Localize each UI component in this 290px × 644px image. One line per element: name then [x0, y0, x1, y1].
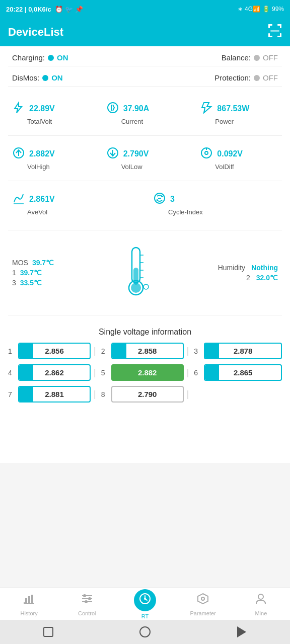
voltage-section-title: Single voltage information: [8, 324, 282, 343]
balance-label: Balance:: [222, 53, 251, 62]
cell-value-6: 2.865: [207, 368, 279, 377]
svg-rect-5: [268, 33, 270, 37]
current-icon: [106, 101, 119, 117]
temp-row1-value: 39.7℃: [20, 269, 42, 277]
home-button[interactable]: [138, 625, 152, 639]
svg-point-13: [205, 151, 208, 154]
metric-volhigh: 2.882V VolHigh: [8, 144, 94, 173]
back-button[interactable]: [235, 625, 249, 639]
nav-label-control: Control: [78, 610, 96, 616]
system-nav-bar: [0, 620, 290, 644]
mine-icon: [254, 592, 267, 608]
humidity-value: Nothing: [251, 264, 278, 272]
temp-row2: 2 32.0℃: [246, 274, 278, 282]
voldiff-icon: [200, 146, 213, 162]
voltage-grid: 12.856|22.858|32.87842.862|52.882|62.865…: [8, 343, 282, 403]
nav-item-rt[interactable]: RT: [130, 589, 160, 619]
svg-point-31: [83, 594, 86, 597]
nav-item-control[interactable]: Control: [72, 592, 102, 616]
temp-mos-row: MOS 39.7℃: [12, 259, 54, 267]
balance-dot: [254, 55, 260, 61]
svg-rect-3: [280, 24, 281, 28]
nav-item-mine[interactable]: Mine: [246, 592, 276, 616]
svg-rect-29: [31, 595, 33, 603]
cell-pipe-5: |: [187, 367, 189, 378]
rt-icon: [138, 592, 152, 608]
metrics-grid-1: 22.89V TotalVolt 37.90A Current: [8, 95, 282, 131]
current-value: 37.90A: [123, 104, 150, 113]
cell-num-7: 7: [8, 390, 15, 398]
temp-row3-value: 33.5℃: [20, 279, 42, 287]
svg-rect-1: [268, 24, 270, 28]
svg-point-9: [108, 103, 118, 113]
cell-pipe-8: |: [187, 389, 189, 399]
cell-box-1: 2.856: [18, 343, 91, 359]
scan-icon[interactable]: [268, 24, 282, 41]
cycle-label: Cycle-Index: [153, 208, 203, 216]
power-value: 867.53W: [217, 104, 249, 113]
battery-percent: 99%: [272, 6, 284, 13]
totalvolt-value: 22.89V: [29, 104, 55, 113]
cycle-value: 3: [170, 195, 175, 204]
metric-vollow: 2.790V VolLow: [102, 144, 188, 173]
metric-cycle: 3 Cycle-Index: [149, 189, 282, 218]
nav-label-parameter: Parameter: [190, 610, 215, 616]
cell-num-2: 2: [101, 347, 108, 355]
cell-box-2: 2.858: [111, 343, 184, 359]
cell-value-7: 2.881: [21, 390, 88, 398]
temp-row3-label: 3: [12, 279, 16, 287]
temp-row2-value: 32.0℃: [256, 274, 278, 282]
cell-num-3: 3: [194, 347, 201, 355]
svg-rect-27: [25, 598, 27, 603]
avevol-label: AveVol: [12, 208, 47, 216]
cell-num-1: 1: [8, 347, 15, 355]
temp-right: Humidity Nothing 2 32.0℃: [218, 264, 278, 282]
status-bar: 20:22 | 0,0K6/c ⏰ 🐦 📌 ∗ 4G📶 🔋 99%: [0, 0, 290, 18]
cell-box-3: 2.878: [204, 343, 282, 359]
protection-status: Protection: OFF: [214, 73, 278, 82]
dismos-dot: [42, 75, 48, 81]
nav-item-history[interactable]: History: [14, 592, 44, 616]
status-row-1: Charging: ON Balance: OFF: [8, 46, 282, 66]
balance-value: OFF: [263, 53, 278, 62]
charging-value: ON: [57, 53, 68, 62]
metric-power: 867.53W Power: [196, 99, 282, 127]
voldiff-label: VolDiff: [200, 163, 234, 171]
vollow-icon: [106, 146, 119, 162]
nav-label-mine: Mine: [255, 610, 267, 616]
cell-box-4: 2.862: [18, 364, 91, 381]
cell-pipe-2: |: [187, 346, 189, 356]
nav-item-parameter[interactable]: Parameter: [188, 592, 218, 616]
svg-point-35: [85, 600, 88, 603]
charging-label: Charging:: [12, 53, 45, 62]
humidity-label: Humidity: [218, 264, 245, 272]
nav-label-history: History: [20, 610, 37, 616]
charging-dot: [48, 55, 54, 61]
volhigh-value: 2.882V: [29, 149, 55, 158]
metric-current: 37.90A Current: [102, 99, 188, 127]
charging-status: Charging: ON: [12, 53, 68, 62]
recent-apps-button[interactable]: [41, 625, 55, 639]
metrics-grid-2: 2.882V VolHigh 2.790V VolLow: [8, 140, 282, 177]
dismos-status: DisMos: ON: [12, 73, 63, 82]
cell-box-7: 2.881: [18, 386, 91, 403]
temp-row3: 3 33.5℃: [12, 279, 54, 287]
cell-value-2: 2.858: [114, 347, 181, 355]
temp-mos-value: 39.7℃: [32, 259, 54, 267]
voltage-cell-8: 82.790|: [101, 386, 189, 403]
metrics-section-1: 22.89V TotalVolt 37.90A Current: [8, 87, 282, 226]
bluetooth-icon: ∗: [238, 6, 243, 13]
voltage-section: Single voltage information 12.856|22.858…: [8, 319, 282, 407]
voltage-cell-1: 12.856|: [8, 343, 96, 359]
svg-point-37: [144, 598, 146, 600]
page-title: DeviceList: [8, 26, 63, 39]
cell-num-4: 4: [8, 369, 15, 377]
protection-value: OFF: [263, 73, 278, 82]
thermometer: [54, 243, 218, 303]
history-icon: [23, 592, 36, 608]
voltage-cell-3: 32.878: [194, 343, 282, 359]
control-icon: [81, 592, 94, 608]
voltage-cell-6: 62.865: [194, 364, 282, 381]
cell-num-8: 8: [101, 390, 108, 398]
metrics-grid-3: 2.861V AveVol 3 Cycle-Ind: [8, 185, 282, 222]
